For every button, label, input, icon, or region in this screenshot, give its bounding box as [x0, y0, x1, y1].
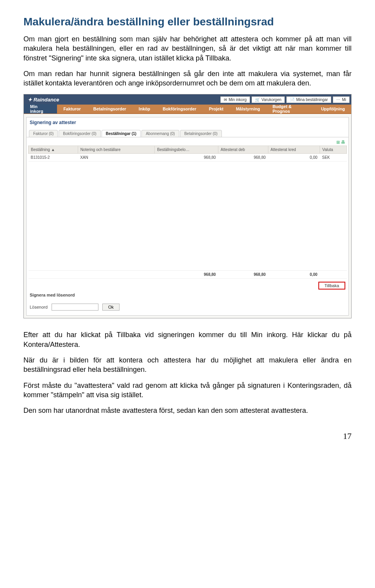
cell-amount: 968,80: [155, 154, 218, 162]
panel-title: Signering av attester: [26, 117, 349, 128]
ok-button[interactable]: Ok: [102, 304, 120, 311]
table-row[interactable]: B131015-2 XAN 968,80 968,80 0,00 SEK: [29, 154, 347, 162]
total-amount: 968,80: [155, 271, 218, 279]
tillbaka-button[interactable]: Tillbaka: [318, 282, 346, 290]
tab-fakturor[interactable]: Fakturor (0): [29, 130, 58, 137]
paragraph-5: Först måste du "avattestera" vald rad ge…: [23, 381, 352, 400]
paragraph-6: Den som har utanordnat måste avattestera…: [23, 406, 352, 415]
nav-inkop[interactable]: Inköp: [132, 107, 156, 111]
table-toolbar: ⊞ 🖶: [28, 139, 347, 146]
nav-uppfoljning[interactable]: Uppföljning: [315, 107, 351, 111]
col-belopp[interactable]: Beställningsbelo…: [155, 146, 218, 154]
app-topbar: ✦ Raindance ✉ Min inkorg 🛒 Varukorgen 📄 …: [24, 94, 351, 105]
export-icon[interactable]: ⊞: [336, 140, 340, 144]
sub-tabs: Fakturor (0) Bokföringsorder (0) Beställ…: [26, 128, 349, 137]
app-screenshot: ✦ Raindance ✉ Min inkorg 🛒 Varukorgen 📄 …: [23, 94, 352, 318]
cell-order: B131015-2: [29, 154, 78, 162]
tab-betalningsorder[interactable]: Betalningsorder (0): [180, 130, 222, 137]
password-row: Lösenord Ok: [28, 300, 347, 314]
paragraph-2: Om man redan har hunnit signera beställn…: [23, 69, 352, 88]
print-icon[interactable]: 🖶: [341, 140, 345, 144]
app-logo: ✦ Raindance: [25, 97, 59, 103]
password-label: Lösenord: [30, 305, 48, 309]
tab-bestallningar[interactable]: Beställningar (1): [102, 130, 141, 137]
table-panel: ⊞ 🖶 Beställning ▲ Notering och beställar…: [26, 137, 349, 316]
col-notering[interactable]: Notering och beställare: [78, 146, 155, 154]
nav-budget-prognos[interactable]: Budget & Prognos: [266, 104, 315, 114]
tab-abonnemang[interactable]: Abonnemang (0): [141, 130, 179, 137]
paragraph-4: När du är i bilden för att kontera och a…: [23, 355, 352, 375]
list-icon: 📄: [290, 98, 295, 102]
more-icon: ⋯: [336, 98, 340, 102]
sign-section: Signera med lösenord: [28, 290, 347, 300]
paragraph-1: Om man gjort en beställning som man själ…: [23, 34, 352, 63]
envelope-icon: ✉: [224, 98, 227, 102]
cart-icon: 🛒: [255, 98, 260, 102]
topbar-inbox-button[interactable]: ✉ Min inkorg: [220, 96, 250, 103]
total-kred: 0,00: [268, 271, 320, 279]
nav-fakturor[interactable]: Fakturor: [57, 107, 87, 111]
nav-betalningsorder[interactable]: Betalningsorder: [87, 107, 132, 111]
topbar-inbox-label: Min inkorg: [229, 98, 246, 102]
table-totals-row: 968,80 968,80 0,00: [29, 271, 347, 279]
table-spacer: [29, 162, 347, 271]
content-area: Signering av attester Fakturor (0) Bokfö…: [24, 114, 351, 318]
main-nav: Min inkorg Fakturor Betalningsorder Inkö…: [24, 105, 351, 114]
topbar-orders-button[interactable]: 📄 Mina beställningar: [286, 96, 331, 103]
cell-note: XAN: [78, 154, 155, 162]
paragraph-3: Efter att du har klickat på Tillbaka vid…: [23, 330, 352, 349]
cell-deb: 968,80: [218, 154, 268, 162]
logo-icon: ✦: [28, 97, 32, 103]
cell-valuta: SEK: [320, 154, 347, 162]
orders-table: Beställning ▲ Notering och beställare Be…: [28, 146, 347, 279]
col-bestallning[interactable]: Beställning ▲: [29, 146, 78, 154]
password-input[interactable]: [52, 304, 98, 311]
logo-text: Raindance: [34, 97, 59, 103]
topbar-more-label: Mi: [342, 98, 346, 102]
topbar-more-button[interactable]: ⋯ Mi: [333, 96, 350, 103]
topbar-cart-button[interactable]: 🛒 Varukorgen: [252, 96, 285, 103]
page-heading: Makulera/ändra beställning eller beställ…: [23, 16, 352, 28]
panel-footer: Tillbaka: [28, 279, 347, 290]
table-header-row: Beställning ▲ Notering och beställare Be…: [29, 146, 347, 154]
topbar-orders-label: Mina beställningar: [296, 98, 328, 102]
topbar-cart-label: Varukorgen: [261, 98, 281, 102]
nav-bokforingsorder[interactable]: Bokföringsorder: [156, 107, 202, 111]
col-deb[interactable]: Attesterat deb: [218, 146, 268, 154]
cell-kred: 0,00: [268, 154, 320, 162]
topbar-buttons: ✉ Min inkorg 🛒 Varukorgen 📄 Mina beställ…: [220, 96, 350, 103]
nav-min-inkorg[interactable]: Min inkorg: [24, 104, 57, 114]
col-valuta[interactable]: Valuta: [320, 146, 347, 154]
nav-projekt[interactable]: Projekt: [203, 107, 230, 111]
nav-malstyrning[interactable]: Målstyrning: [230, 107, 266, 111]
sign-label: Signera med lösenord: [30, 293, 75, 297]
page-number: 17: [23, 431, 352, 441]
tab-bokforingsorder[interactable]: Bokföringsorder (0): [59, 130, 101, 137]
total-deb: 968,80: [218, 271, 268, 279]
col-kred[interactable]: Attesterat kred: [268, 146, 320, 154]
